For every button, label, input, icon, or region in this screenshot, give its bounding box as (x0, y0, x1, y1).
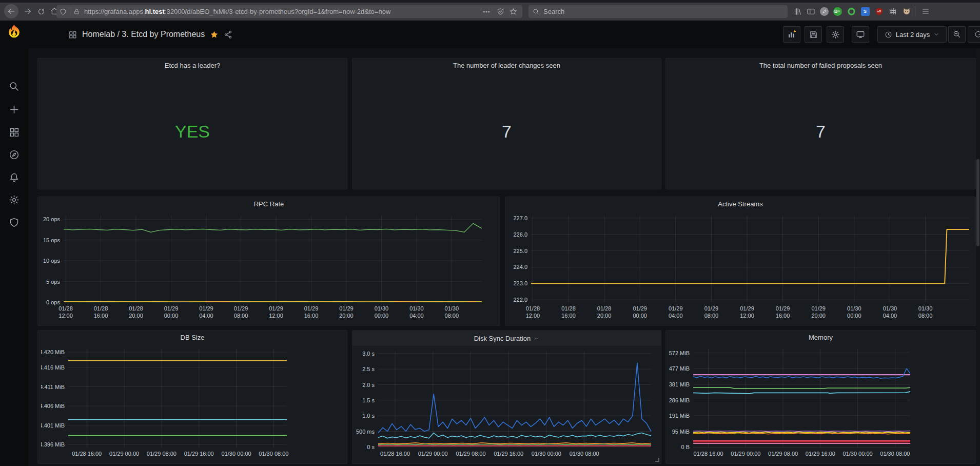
sidebar-item-dashboards[interactable] (9, 127, 19, 138)
panel-leader-changes: The number of leader changes seen 7 (352, 58, 661, 189)
urlbar-divider (70, 8, 70, 16)
svg-text:01/28: 01/28 (58, 305, 73, 312)
svg-text:16:00: 16:00 (94, 313, 108, 319)
svg-text:01/30 00:00: 01/30 00:00 (222, 451, 251, 457)
stat-value: YES (38, 122, 347, 142)
grafana-logo[interactable] (5, 24, 23, 42)
extension-containers-button[interactable] (886, 4, 900, 18)
search-placeholder: Search (543, 8, 564, 15)
add-panel-icon (787, 30, 796, 39)
svg-text:0 s: 0 s (367, 444, 375, 450)
panel-title[interactable]: Memory (666, 331, 975, 344)
panel-title[interactable]: Disk Sync Duration (352, 331, 661, 346)
cycle-view-button[interactable] (852, 26, 869, 43)
refresh-dashboard-button[interactable] (968, 31, 980, 38)
scrollbar-thumb[interactable] (976, 159, 979, 246)
memory-chart[interactable]: 01/28 16:0001/29 00:0001/29 08:0001/29 1… (669, 345, 972, 461)
extension-cat-button[interactable] (899, 4, 914, 18)
extension-bitwarden-button[interactable]: B+ (830, 4, 845, 18)
svg-text:01/29 08:00: 01/29 08:00 (768, 451, 798, 457)
sidebar-item-search[interactable] (9, 81, 19, 92)
bookmark-star-icon[interactable] (509, 8, 517, 15)
svg-text:01/29 08:00: 01/29 08:00 (147, 451, 177, 457)
bitwarden-extension-icon: B+ (833, 7, 842, 16)
add-panel-button[interactable] (783, 26, 800, 43)
svg-text:04:00: 04:00 (883, 313, 897, 319)
forward-arrow-icon (24, 7, 32, 15)
panel-resize-handle[interactable] (655, 458, 659, 462)
panel-title[interactable]: DB Size (38, 331, 347, 344)
svg-text:16:00: 16:00 (304, 313, 319, 319)
search-icon (9, 81, 19, 92)
tracking-shield-icon[interactable] (60, 8, 67, 15)
panel-title[interactable]: The total number of failed proposals see… (666, 59, 975, 72)
svg-text:01/29: 01/29 (339, 305, 354, 312)
feather-extension-icon (820, 7, 829, 16)
active-streams-chart[interactable]: 01/2812:0001/2816:0001/2820:0001/2900:00… (508, 211, 972, 323)
db-size-chart[interactable]: 01/28 16:0001/29 00:0001/29 08:0001/29 1… (41, 345, 344, 461)
svg-text:95 MiB: 95 MiB (672, 429, 690, 435)
svg-text:01/28 16:00: 01/28 16:00 (380, 451, 410, 457)
sidebar-item-alerting[interactable] (9, 172, 19, 183)
panel-db-size: DB Size 01/28 16:0001/29 00:0001/29 08:0… (37, 330, 347, 464)
page-actions-dots-icon[interactable] (482, 8, 491, 16)
dashboard-settings-button[interactable] (827, 26, 844, 43)
dashboard-grid-icon[interactable] (68, 30, 77, 39)
ublock-extension-icon: uO (875, 7, 884, 16)
panel-menu-chevron-icon[interactable] (534, 336, 539, 341)
svg-text:01/28 16:00: 01/28 16:00 (694, 451, 723, 457)
sidebars-button[interactable] (803, 4, 818, 18)
extension-feather-button[interactable] (817, 4, 831, 18)
time-range-label: Last 2 days (896, 31, 930, 38)
extension-ublock-button[interactable]: uO (872, 4, 886, 18)
library-icon (793, 7, 802, 16)
back-button[interactable] (4, 4, 18, 18)
url-text[interactable]: https://grafana.apps.hl.test:32000/d/abE… (84, 8, 479, 15)
svg-text:12:00: 12:00 (269, 313, 283, 319)
svg-text:572 MiB: 572 MiB (669, 350, 690, 356)
svg-text:16:00: 16:00 (561, 313, 576, 319)
breadcrumb[interactable]: Homelab / 3. Etcd by Prometheus (82, 30, 205, 39)
svg-text:01/28: 01/28 (129, 305, 143, 312)
sidebar-item-explore[interactable] (9, 149, 19, 160)
svg-text:500 ms: 500 ms (356, 429, 375, 435)
time-range-picker[interactable]: Last 2 days (877, 26, 947, 43)
svg-text:4.420 MiB: 4.420 MiB (41, 349, 65, 355)
favorite-star-icon[interactable] (210, 30, 219, 39)
sidebar-item-create[interactable] (9, 104, 19, 115)
panel-title[interactable]: Etcd has a leader? (38, 59, 347, 72)
grafana-sidebar (0, 21, 28, 466)
url-bar[interactable]: https://grafana.apps.hl.test:32000/d/abE… (56, 5, 522, 18)
panel-title[interactable]: Active Streams (505, 197, 975, 210)
svg-text:4.411 MiB: 4.411 MiB (41, 384, 65, 390)
svg-text:01/30: 01/30 (847, 305, 861, 312)
rpc-rate-chart[interactable]: 01/2812:0001/2816:0001/2820:0001/2900:00… (41, 211, 497, 323)
lock-icon[interactable] (73, 8, 80, 15)
svg-text:15 ops: 15 ops (43, 237, 61, 243)
page-shield-icon[interactable] (497, 8, 504, 15)
browser-search-bar[interactable]: Search (528, 5, 788, 18)
forward-button[interactable] (21, 4, 35, 18)
share-icon[interactable] (224, 30, 232, 39)
save-dashboard-button[interactable] (805, 26, 822, 43)
panel-title[interactable]: RPC Rate (38, 197, 500, 210)
svg-text:01/29: 01/29 (199, 305, 213, 312)
extension-stylus-button[interactable]: S (858, 4, 872, 18)
sidebar-item-configuration[interactable] (9, 195, 19, 205)
zoom-out-time-button[interactable] (948, 26, 966, 43)
page-scrollbar[interactable] (976, 48, 980, 466)
panel-title[interactable]: The number of leader changes seen (352, 59, 661, 72)
panel-active-streams: Active Streams 01/2812:0001/2816:0001/28… (505, 197, 976, 326)
sidebar-item-server-admin[interactable] (9, 217, 19, 228)
svg-text:222.0: 222.0 (513, 297, 527, 303)
reload-button[interactable] (34, 4, 48, 18)
panel-memory: Memory 01/28 16:0001/29 00:0001/29 08:00… (665, 330, 976, 464)
save-icon (809, 30, 818, 39)
library-button[interactable] (790, 4, 805, 18)
extension-ring-button[interactable] (844, 4, 858, 18)
svg-text:01/28: 01/28 (94, 305, 108, 312)
menu-button[interactable] (918, 4, 933, 18)
disk-sync-chart[interactable]: 01/28 16:0001/29 00:0001/29 08:0001/29 1… (356, 347, 658, 461)
svg-text:224.0: 224.0 (513, 264, 527, 270)
hamburger-menu-icon (922, 7, 930, 15)
